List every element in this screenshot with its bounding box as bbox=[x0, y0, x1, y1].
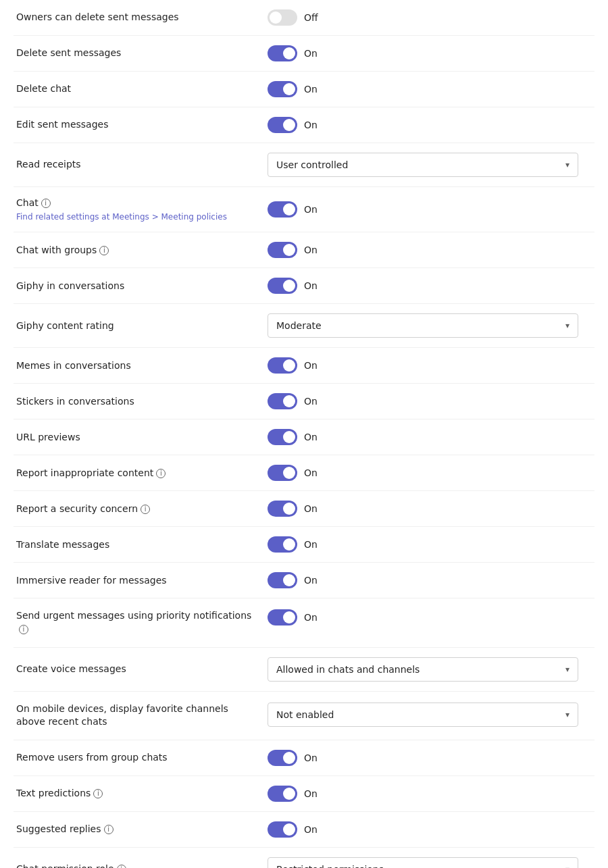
chevron-down-icon-giphy-rating: ▾ bbox=[565, 321, 569, 330]
toggle-edit-sent[interactable] bbox=[268, 117, 297, 133]
toggle-track-report-inappropriate[interactable] bbox=[268, 465, 297, 481]
setting-control-delete-sent: On bbox=[268, 45, 592, 61]
toggle-label-remove-users: On bbox=[304, 752, 318, 763]
toggle-track-memes[interactable] bbox=[268, 357, 297, 374]
setting-text-report-security: Report a security concern bbox=[16, 503, 138, 514]
setting-row-url-previews: URL previewsOn bbox=[14, 419, 594, 455]
toggle-knob-stickers bbox=[283, 395, 295, 407]
toggle-track-translate-messages[interactable] bbox=[268, 536, 297, 553]
setting-row-read-receipts: Read receiptsUser controlled▾ bbox=[14, 143, 594, 187]
toggle-track-chat[interactable] bbox=[268, 201, 297, 218]
setting-text-immersive-reader: Immersive reader for messages bbox=[16, 575, 167, 586]
info-icon-report-security[interactable]: i bbox=[141, 505, 150, 514]
toggle-track-owners-delete[interactable] bbox=[268, 9, 297, 26]
dropdown-value-read-receipts: User controlled bbox=[276, 159, 348, 170]
setting-row-report-inappropriate: Report inappropriate contentiOn bbox=[14, 455, 594, 491]
toggle-remove-users[interactable] bbox=[268, 750, 297, 766]
setting-row-owners-delete: Owners can delete sent messagesOff bbox=[14, 0, 594, 36]
dropdown-mobile-display[interactable]: Not enabled▾ bbox=[268, 703, 578, 727]
setting-text-report-inappropriate: Report inappropriate content bbox=[16, 467, 153, 478]
setting-label-read-receipts: Read receipts bbox=[16, 158, 259, 172]
toggle-report-security[interactable] bbox=[268, 501, 297, 517]
toggle-stickers[interactable] bbox=[268, 393, 297, 409]
toggle-track-remove-users[interactable] bbox=[268, 750, 297, 766]
toggle-knob-delete-chat bbox=[283, 83, 295, 95]
setting-text-delete-chat: Delete chat bbox=[16, 83, 71, 94]
dropdown-value-chat-permission-role: Restricted permissions bbox=[276, 864, 384, 868]
setting-label-chat-with-groups: Chat with groupsi bbox=[16, 244, 259, 257]
toggle-track-text-predictions[interactable] bbox=[268, 786, 297, 802]
toggle-track-stickers[interactable] bbox=[268, 393, 297, 409]
info-icon-chat[interactable]: i bbox=[41, 199, 51, 208]
dropdown-voice-messages[interactable]: Allowed in chats and channels▾ bbox=[268, 657, 578, 682]
toggle-memes[interactable] bbox=[268, 357, 297, 374]
toggle-track-immersive-reader[interactable] bbox=[268, 572, 297, 588]
setting-label-remove-users: Remove users from group chats bbox=[16, 751, 259, 765]
setting-control-read-receipts: User controlled▾ bbox=[268, 153, 592, 177]
toggle-knob-delete-sent bbox=[283, 47, 295, 59]
toggle-label-delete-sent: On bbox=[304, 48, 318, 59]
setting-label-voice-messages: Create voice messages bbox=[16, 663, 259, 676]
toggle-label-stickers: On bbox=[304, 396, 318, 407]
dropdown-value-mobile-display: Not enabled bbox=[276, 709, 334, 720]
setting-row-immersive-reader: Immersive reader for messagesOn bbox=[14, 563, 594, 598]
toggle-track-url-previews[interactable] bbox=[268, 429, 297, 445]
toggle-text-predictions[interactable] bbox=[268, 786, 297, 802]
dropdown-giphy-rating[interactable]: Moderate▾ bbox=[268, 313, 578, 338]
toggle-track-chat-with-groups[interactable] bbox=[268, 242, 297, 258]
toggle-knob-report-inappropriate bbox=[283, 467, 295, 479]
setting-text-chat: Chat bbox=[16, 197, 39, 208]
toggle-track-report-security[interactable] bbox=[268, 501, 297, 517]
info-icon-chat-with-groups[interactable]: i bbox=[99, 246, 109, 255]
toggle-track-edit-sent[interactable] bbox=[268, 117, 297, 133]
toggle-knob-edit-sent bbox=[283, 119, 295, 131]
toggle-track-delete-chat[interactable] bbox=[268, 81, 297, 97]
setting-text-giphy-rating: Giphy content rating bbox=[16, 320, 114, 331]
setting-row-giphy-conversations: Giphy in conversationsOn bbox=[14, 268, 594, 304]
toggle-chat[interactable] bbox=[268, 201, 297, 218]
setting-row-text-predictions: Text predictionsiOn bbox=[14, 776, 594, 812]
toggle-url-previews[interactable] bbox=[268, 429, 297, 445]
chevron-down-icon-mobile-display: ▾ bbox=[565, 710, 569, 719]
setting-label-stickers: Stickers in conversations bbox=[16, 395, 259, 409]
setting-label-report-security: Report a security concerni bbox=[16, 503, 259, 516]
toggle-label-translate-messages: On bbox=[304, 539, 318, 550]
toggle-giphy-conversations[interactable] bbox=[268, 278, 297, 294]
toggle-label-urgent-messages: On bbox=[304, 612, 318, 623]
toggle-knob-suggested-replies bbox=[283, 823, 295, 836]
toggle-track-suggested-replies[interactable] bbox=[268, 821, 297, 838]
setting-row-urgent-messages: Send urgent messages using priority noti… bbox=[14, 598, 594, 647]
toggle-track-giphy-conversations[interactable] bbox=[268, 278, 297, 294]
toggle-report-inappropriate[interactable] bbox=[268, 465, 297, 481]
dropdown-read-receipts[interactable]: User controlled▾ bbox=[268, 153, 578, 177]
subtext-chat: Find related settings at Meetings > Meet… bbox=[16, 211, 259, 223]
toggle-delete-chat[interactable] bbox=[268, 81, 297, 97]
toggle-track-urgent-messages[interactable] bbox=[268, 609, 297, 626]
toggle-suggested-replies[interactable] bbox=[268, 821, 297, 838]
setting-label-owners-delete: Owners can delete sent messages bbox=[16, 11, 259, 24]
info-icon-report-inappropriate[interactable]: i bbox=[156, 469, 166, 478]
toggle-track-delete-sent[interactable] bbox=[268, 45, 297, 61]
setting-text-memes: Memes in conversations bbox=[16, 360, 131, 371]
toggle-owners-delete[interactable] bbox=[268, 9, 297, 26]
toggle-translate-messages[interactable] bbox=[268, 536, 297, 553]
info-icon-text-predictions[interactable]: i bbox=[93, 789, 103, 798]
dropdown-chat-permission-role[interactable]: Restricted permissions▾ bbox=[268, 857, 578, 868]
setting-control-url-previews: On bbox=[268, 429, 592, 445]
setting-control-urgent-messages: On bbox=[268, 609, 592, 626]
setting-control-delete-chat: On bbox=[268, 81, 592, 97]
toggle-urgent-messages[interactable] bbox=[268, 609, 297, 626]
toggle-immersive-reader[interactable] bbox=[268, 572, 297, 588]
setting-label-suggested-replies: Suggested repliesi bbox=[16, 823, 259, 836]
toggle-delete-sent[interactable] bbox=[268, 45, 297, 61]
info-icon-urgent-messages[interactable]: i bbox=[19, 625, 28, 634]
info-icon-suggested-replies[interactable]: i bbox=[104, 825, 113, 834]
toggle-label-report-inappropriate: On bbox=[304, 467, 318, 478]
info-icon-chat-permission-role[interactable]: i bbox=[117, 865, 126, 868]
setting-label-immersive-reader: Immersive reader for messages bbox=[16, 574, 259, 588]
setting-row-voice-messages: Create voice messagesAllowed in chats an… bbox=[14, 648, 594, 692]
toggle-knob-chat-with-groups bbox=[283, 244, 295, 256]
toggle-chat-with-groups[interactable] bbox=[268, 242, 297, 258]
dropdown-value-giphy-rating: Moderate bbox=[276, 320, 322, 331]
toggle-knob-memes bbox=[283, 359, 295, 372]
